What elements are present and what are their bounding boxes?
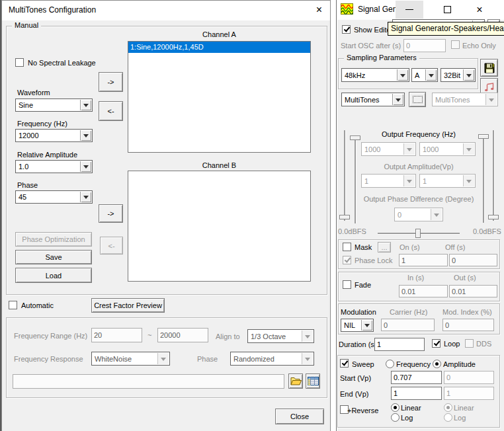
output-frequency-b-value: 1000 xyxy=(423,145,439,153)
channel-b-list[interactable] xyxy=(128,171,311,282)
arrow-right-icon: -> xyxy=(107,210,114,217)
chevron-down-icon[interactable] xyxy=(361,320,372,331)
close-button[interactable]: Close xyxy=(275,409,324,424)
mask-on-label: On (s) xyxy=(399,243,420,252)
no-spectral-leakage-label: No Spectral Leakage xyxy=(28,59,96,67)
crest-factor-preview-button[interactable]: Crest Factor Preview xyxy=(91,298,165,313)
sweep-log2-label: Log xyxy=(454,414,466,422)
folder-open-icon xyxy=(290,377,302,385)
device-tooltip: Signal Generator-Speakers/Hea xyxy=(388,22,504,36)
phase-select[interactable]: 45 xyxy=(15,190,93,204)
maximize-icon xyxy=(444,6,451,13)
chevron-down-icon xyxy=(403,175,415,186)
sweep-frequency-radio[interactable] xyxy=(386,360,394,368)
chevron-down-icon[interactable] xyxy=(392,94,403,105)
chevron-down-icon[interactable] xyxy=(397,69,408,81)
fade-checkbox[interactable] xyxy=(343,280,351,289)
chevron-down-icon[interactable] xyxy=(463,69,474,81)
show-editor-checkbox[interactable] xyxy=(342,25,351,34)
chevron-down-icon[interactable] xyxy=(80,100,91,110)
close-icon[interactable]: × xyxy=(316,5,322,15)
chevron-down-icon[interactable] xyxy=(425,69,437,81)
close-icon[interactable]: × xyxy=(466,1,493,19)
table-grid-icon xyxy=(308,376,319,386)
add-to-channel-b-button[interactable]: -> xyxy=(99,204,123,223)
channel-a-selected-item[interactable]: 1:Sine,12000Hz,1,45D xyxy=(128,42,310,53)
left-outer-slider-track[interactable] xyxy=(344,130,345,221)
maximize-button[interactable] xyxy=(435,1,460,19)
chevron-down-icon[interactable] xyxy=(80,192,91,202)
arrow-left-icon: <- xyxy=(108,242,114,250)
no-spectral-leakage-checkbox[interactable] xyxy=(15,58,24,67)
right-inner-slider-handle[interactable] xyxy=(478,134,489,139)
sweep-linear-radio[interactable] xyxy=(391,403,399,412)
left-inner-slider-handle[interactable] xyxy=(350,136,360,140)
frequency-response-value: WhiteNoise xyxy=(95,355,132,363)
mod-index-input xyxy=(442,319,494,331)
minimize-button[interactable] xyxy=(396,1,423,19)
save-button[interactable]: Save xyxy=(15,250,92,264)
sampling-rate-select[interactable]: 48kHz xyxy=(341,68,409,82)
generator-type-a-select[interactable]: MultiTones xyxy=(341,93,405,106)
sweep-linear2-radio xyxy=(444,403,452,412)
echo-only-checkbox xyxy=(451,40,460,49)
dotted-rect-icon xyxy=(413,96,423,103)
frequency-select[interactable]: 12000 xyxy=(15,129,93,142)
file-path-input xyxy=(13,374,284,389)
align-to-select: 1/3 Octave xyxy=(247,329,314,343)
sweep-log-label: Log xyxy=(401,414,413,422)
frequency-range-max-input xyxy=(157,328,208,342)
chevron-down-icon[interactable] xyxy=(80,161,91,172)
sweep-end-a-input[interactable] xyxy=(391,387,442,400)
waveform-select[interactable]: Sine xyxy=(15,98,93,112)
automatic-checkbox[interactable] xyxy=(9,301,17,309)
sweep-start-a-input[interactable] xyxy=(391,371,442,384)
sweep-log-radio[interactable] xyxy=(391,413,399,422)
phase-label: Phase xyxy=(17,181,38,190)
right-inner-slider-track[interactable] xyxy=(483,134,484,223)
chevron-down-icon[interactable] xyxy=(80,130,91,141)
manual-group-label: Manual xyxy=(12,21,41,29)
output-frequency-label: Output Frequency (Hz) xyxy=(363,130,474,139)
signal-generator-window: Signal Gener... × Show Editor Signal Gen… xyxy=(336,0,504,431)
sweep-start-label: Start (Vp) xyxy=(340,374,371,383)
reverse-label: +Reverse xyxy=(347,407,378,415)
sweep-amplitude-radio[interactable] xyxy=(433,360,441,368)
modulation-type-select[interactable]: NIL xyxy=(341,319,374,332)
right-outer-slider-track[interactable] xyxy=(493,130,494,221)
edit-table-button[interactable] xyxy=(306,373,320,389)
phase-difference-select: 0 xyxy=(394,208,443,221)
mask-checkbox[interactable] xyxy=(343,243,351,251)
chevron-down-icon xyxy=(463,143,474,155)
remove-from-channel-b-button: <- xyxy=(100,237,123,255)
sweep-checkbox[interactable] xyxy=(340,359,349,368)
phase-optimization-label: Phase Optimization xyxy=(22,235,85,243)
duration-input[interactable] xyxy=(374,338,425,351)
carrier-label: Carrier (Hz) xyxy=(390,308,427,317)
phase-lock-checkbox xyxy=(343,256,351,264)
sampling-bits-select[interactable]: 32Bit xyxy=(441,68,476,82)
sweep-frequency-label: Frequency xyxy=(396,360,431,369)
frequency-range-min-input xyxy=(91,328,142,342)
sweep-linear2-label: Linear xyxy=(454,404,474,412)
channel-a-list[interactable]: 1:Sine,12000Hz,1,45D xyxy=(128,41,311,153)
relative-amplitude-select[interactable]: 1.0 xyxy=(15,160,93,173)
open-file-button[interactable] xyxy=(288,373,303,389)
loop-checkbox[interactable] xyxy=(432,339,441,348)
balance-slider-handle[interactable] xyxy=(415,229,421,238)
chevron-down-icon xyxy=(302,353,313,364)
remove-from-channel-a-button[interactable]: <- xyxy=(99,101,123,121)
output-amplitude-label: Output Amplitude(Vp) xyxy=(363,163,474,171)
multitones-config-button[interactable] xyxy=(409,92,426,107)
output-amplitude-b-select: 1 xyxy=(419,174,476,188)
left-outer-slider-handle[interactable] xyxy=(339,215,350,219)
left-inner-slider-track[interactable] xyxy=(355,136,356,223)
right-outer-slider-handle[interactable] xyxy=(488,215,499,219)
auto-phase-value: Randomized xyxy=(233,355,274,363)
save-signal-button[interactable] xyxy=(480,59,498,77)
generator-type-a-value: MultiTones xyxy=(345,96,380,104)
fade-in-label: In (s) xyxy=(407,274,424,282)
add-to-channel-a-button[interactable]: -> xyxy=(99,72,123,92)
sampling-channel-select[interactable]: A xyxy=(411,68,438,82)
load-button[interactable]: Load xyxy=(15,268,92,283)
